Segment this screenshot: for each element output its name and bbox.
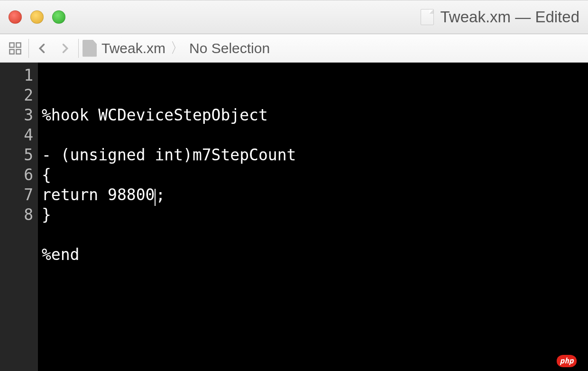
line-number: 1 <box>9 65 33 85</box>
code-editor[interactable]: 12345678 %hook WCDeviceStepObject- (unsi… <box>0 63 588 371</box>
line-number: 2 <box>9 85 33 105</box>
code-line[interactable]: return 98800; <box>42 185 584 205</box>
code-line[interactable]: %hook WCDeviceStepObject <box>42 105 584 125</box>
nav-separator <box>28 39 29 58</box>
svg-rect-1 <box>16 43 20 47</box>
window-title: Tweak.xm — Edited <box>421 8 579 26</box>
php-badge: php <box>557 355 577 367</box>
code-line[interactable] <box>42 225 584 245</box>
code-line[interactable]: } <box>42 205 584 225</box>
line-number: 8 <box>9 205 33 225</box>
minimize-window-button[interactable] <box>30 10 44 24</box>
title-status: — Edited <box>515 8 579 26</box>
svg-rect-0 <box>9 43 14 47</box>
nav-forward-button[interactable] <box>54 39 76 58</box>
code-line[interactable]: %end <box>42 245 584 265</box>
window-titlebar: Tweak.xm — Edited <box>0 0 588 34</box>
line-number: 6 <box>9 165 33 185</box>
code-line[interactable]: { <box>42 165 584 185</box>
document-icon <box>421 9 434 25</box>
nav-back-button[interactable] <box>31 39 54 58</box>
navigation-bar: Tweak.xm 〉 No Selection <box>0 34 588 63</box>
related-items-button[interactable] <box>4 39 27 58</box>
close-window-button[interactable] <box>9 10 22 24</box>
file-icon <box>83 40 97 57</box>
line-number: 7 <box>9 185 33 205</box>
code-line[interactable] <box>42 125 584 145</box>
svg-rect-3 <box>16 49 20 54</box>
breadcrumb-file: Tweak.xm <box>101 40 165 56</box>
traffic-lights <box>9 10 65 24</box>
line-number: 3 <box>9 105 33 125</box>
svg-rect-2 <box>9 49 14 54</box>
line-number-gutter: 12345678 <box>0 63 38 371</box>
title-filename: Tweak.xm <box>441 8 511 26</box>
chevron-right-icon: 〉 <box>170 38 184 58</box>
line-number: 5 <box>9 145 33 165</box>
breadcrumb[interactable]: Tweak.xm 〉 No Selection <box>83 38 270 58</box>
breadcrumb-selection: No Selection <box>189 40 270 56</box>
code-line[interactable]: - (unsigned int)m7StepCount <box>42 145 584 165</box>
code-area[interactable]: %hook WCDeviceStepObject- (unsigned int)… <box>38 63 588 371</box>
nav-separator <box>78 39 79 58</box>
zoom-window-button[interactable] <box>52 10 65 24</box>
line-number: 4 <box>9 125 33 145</box>
